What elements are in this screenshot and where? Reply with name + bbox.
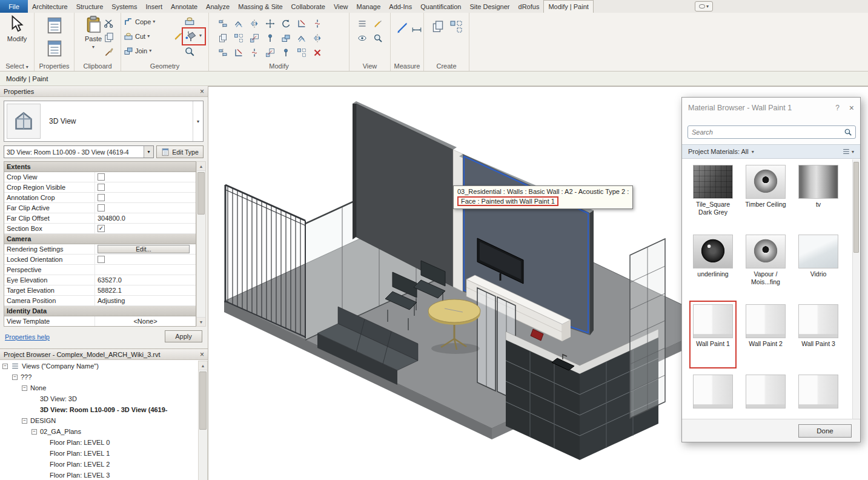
copy-tool-icon[interactable] xyxy=(218,33,228,43)
far-clip-active-checkbox[interactable] xyxy=(98,204,105,212)
delete-icon[interactable] xyxy=(313,48,322,58)
tab-systems[interactable]: Systems xyxy=(107,0,141,13)
offset-icon[interactable] xyxy=(234,19,244,28)
properties-title-bar[interactable]: Properties × xyxy=(0,86,208,97)
array-icon[interactable] xyxy=(234,33,244,43)
material-item[interactable]: Tile_Square Dark Grey xyxy=(692,165,734,216)
array2-icon[interactable] xyxy=(297,48,306,58)
annotation-crop-checkbox[interactable] xyxy=(98,194,105,201)
collapse-icon[interactable]: − xyxy=(22,418,27,424)
split2-icon[interactable] xyxy=(250,48,259,58)
tab-collaborate[interactable]: Collaborate xyxy=(287,0,330,13)
collapse-icon[interactable]: − xyxy=(2,364,8,369)
tab-insert[interactable]: Insert xyxy=(142,0,167,13)
group-camera[interactable]: Camera xyxy=(4,234,196,244)
close-icon[interactable]: × xyxy=(200,87,204,96)
tab-site-designer[interactable]: Site Designer xyxy=(465,0,514,13)
scroll-up-icon[interactable]: ▲ xyxy=(197,162,205,171)
tree-item-ga-plans[interactable]: −02_GA_Plans xyxy=(0,426,198,437)
view-template-value[interactable]: <None> xyxy=(95,316,196,326)
join-icon[interactable] xyxy=(281,33,291,43)
copy-to-clipboard-button[interactable] xyxy=(104,32,114,44)
tab-massing-site[interactable]: Massing & Site xyxy=(234,0,287,13)
type-selector[interactable]: 3D View ▾ xyxy=(4,101,204,142)
cut-geometry-button[interactable]: Cut ▾ xyxy=(124,30,150,42)
material-item[interactable]: Wall Paint 3 xyxy=(797,304,840,348)
tab-architecture[interactable]: Architecture xyxy=(28,0,72,13)
scale2-icon[interactable] xyxy=(265,48,275,58)
linework-icon[interactable] xyxy=(357,19,367,28)
scrollbar-thumb[interactable] xyxy=(199,372,207,430)
measure-button[interactable] xyxy=(396,21,409,36)
material-item[interactable]: Wall Paint 2 xyxy=(744,304,787,348)
aligned-dimension-button[interactable] xyxy=(411,22,422,35)
scrollbar-thumb[interactable] xyxy=(197,172,205,215)
tree-item-floor-plan[interactable]: Floor Plan: LEVEL 3 xyxy=(0,470,198,480)
tree-item-floor-plan[interactable]: Floor Plan: LEVEL 0 xyxy=(0,437,198,448)
rendering-settings-edit-button[interactable]: Edit... xyxy=(98,245,190,253)
scroll-up-icon[interactable]: ▲ xyxy=(199,361,207,370)
properties-help-link[interactable]: Properties help xyxy=(5,333,50,341)
align2-icon[interactable] xyxy=(218,48,228,58)
tab-analyze[interactable]: Analyze xyxy=(202,0,234,13)
panel-label-select[interactable]: Select ▾ xyxy=(0,62,34,70)
create-group-button[interactable] xyxy=(431,20,445,35)
group-extents[interactable]: Extents xyxy=(4,162,196,172)
tree-item-floor-plan[interactable]: Floor Plan: LEVEL 2 xyxy=(0,459,198,470)
pencil2-icon[interactable] xyxy=(373,19,383,28)
locked-orientation-checkbox[interactable] xyxy=(98,256,105,263)
type-properties-button[interactable] xyxy=(45,39,64,59)
tab-quantification[interactable]: Quantification xyxy=(416,0,465,13)
perspective-value[interactable] xyxy=(95,265,196,275)
tab-modify-paint[interactable]: Modify | Paint xyxy=(543,0,593,13)
tab-view[interactable]: View xyxy=(330,0,353,13)
cut-profile-button[interactable] xyxy=(184,16,195,28)
tree-item[interactable]: −??? xyxy=(0,372,198,382)
panel-label-measure[interactable]: Measure xyxy=(391,62,423,70)
offset2-icon[interactable] xyxy=(297,33,306,43)
done-button[interactable]: Done xyxy=(798,424,852,438)
material-item[interactable]: Timber Ceiling xyxy=(744,165,787,208)
visibility-eye-icon[interactable] xyxy=(357,33,367,43)
project-browser-title-bar[interactable]: Project Browser - Complex_Model_ARCH_Wik… xyxy=(0,349,208,360)
material-search-box[interactable] xyxy=(687,125,856,139)
properties-palette-button[interactable] xyxy=(45,16,64,36)
crop-view-checkbox[interactable] xyxy=(98,173,105,181)
scale-icon[interactable] xyxy=(250,33,259,43)
scrollbar-thumb[interactable] xyxy=(853,162,859,253)
mirror-icon[interactable] xyxy=(250,19,259,28)
panel-label-properties[interactable]: Properties xyxy=(35,62,74,70)
eye-elevation-value[interactable]: 63527.0 xyxy=(95,275,196,285)
tab-structure[interactable]: Structure xyxy=(72,0,108,13)
tab-manage[interactable]: Manage xyxy=(353,0,385,13)
panel-label-view[interactable]: View xyxy=(350,62,390,70)
rotate-icon[interactable] xyxy=(281,19,291,28)
scroll-down-icon[interactable]: ▼ xyxy=(197,317,205,326)
search-input[interactable] xyxy=(692,128,844,136)
pin-icon[interactable] xyxy=(265,33,275,43)
trim-icon[interactable] xyxy=(297,19,306,28)
help-icon[interactable]: ? xyxy=(835,104,840,112)
cope-button[interactable]: Cope ▾ xyxy=(124,16,155,27)
camera-position-value[interactable]: Adjusting xyxy=(95,296,196,305)
cut-to-clipboard-button[interactable] xyxy=(104,18,114,30)
move-icon[interactable] xyxy=(265,19,275,28)
tree-item-views[interactable]: −Views ("Company Name") xyxy=(0,361,198,372)
chevron-down-icon[interactable]: ▾ xyxy=(144,146,153,158)
material-item[interactable] xyxy=(692,375,734,410)
panel-label-modify[interactable]: Modify xyxy=(209,62,349,70)
close-icon[interactable]: × xyxy=(849,103,854,113)
material-item[interactable]: Vidrio xyxy=(797,235,840,278)
tree-item-floor-plan[interactable]: Floor Plan: LEVEL 1 xyxy=(0,448,198,459)
view-options-button[interactable]: ▾ xyxy=(842,147,854,156)
material-item[interactable]: tv xyxy=(797,165,840,208)
tab-annotate[interactable]: Annotate xyxy=(167,0,202,13)
ribbon-options-toggle[interactable]: ▾ xyxy=(695,1,713,12)
material-item[interactable]: Vapour / Mois...fing xyxy=(744,235,787,286)
join-geometry-button[interactable]: Join ▾ xyxy=(124,45,151,56)
material-item-wall-paint-1[interactable]: Wall Paint 1 xyxy=(692,304,734,348)
browser-scrollbar[interactable]: ▲ xyxy=(198,361,208,480)
collapse-icon[interactable]: − xyxy=(31,429,37,435)
material-item[interactable]: underlining xyxy=(692,235,734,278)
tab-add-ins[interactable]: Add-Ins xyxy=(385,0,416,13)
